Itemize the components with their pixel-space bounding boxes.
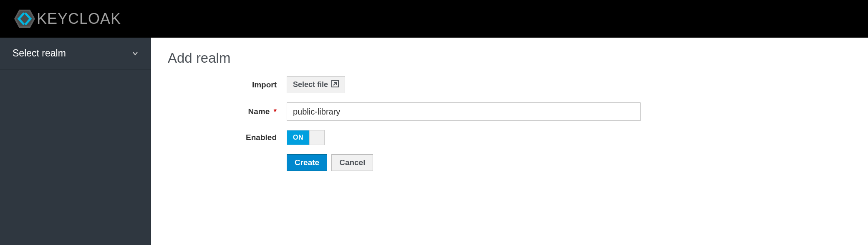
realm-selector-dropdown[interactable]: Select realm — [0, 38, 151, 69]
brand-name: KEYCLOAK — [37, 10, 121, 28]
import-file-icon — [331, 80, 339, 89]
add-realm-form: Import Select file — [168, 76, 851, 171]
main-layout: Select realm Add realm Import Select fil… — [0, 38, 868, 245]
main-content: Add realm Import Select file — [151, 38, 868, 245]
select-file-button-label: Select file — [293, 80, 328, 89]
sidebar: Select realm — [0, 38, 151, 245]
name-control — [287, 102, 851, 121]
page-title: Add realm — [168, 50, 851, 66]
import-label: Import — [168, 80, 287, 89]
form-actions: Create Cancel — [287, 154, 851, 171]
svg-line-3 — [333, 82, 336, 85]
select-file-button[interactable]: Select file — [287, 76, 345, 93]
form-row-name: Name * — [168, 102, 851, 121]
toggle-on-label: ON — [287, 130, 309, 145]
form-row-enabled: Enabled ON — [168, 130, 851, 145]
toggle-handle — [309, 130, 324, 145]
keycloak-logo-icon — [14, 10, 35, 28]
realm-name-input[interactable] — [287, 102, 641, 121]
brand-logo[interactable]: KEYCLOAK — [14, 10, 121, 28]
cancel-button[interactable]: Cancel — [331, 154, 373, 171]
app-header: KEYCLOAK — [0, 0, 868, 38]
realm-selector-label: Select realm — [13, 48, 66, 59]
import-control: Select file — [287, 76, 851, 93]
enabled-toggle[interactable]: ON — [287, 130, 325, 145]
required-indicator: * — [274, 107, 277, 116]
name-label-text: Name — [248, 107, 270, 116]
name-label: Name * — [168, 107, 287, 116]
form-row-import: Import Select file — [168, 76, 851, 93]
enabled-label: Enabled — [168, 133, 287, 142]
create-button[interactable]: Create — [287, 154, 327, 171]
chevron-down-icon — [132, 50, 138, 57]
enabled-control: ON — [287, 130, 851, 145]
